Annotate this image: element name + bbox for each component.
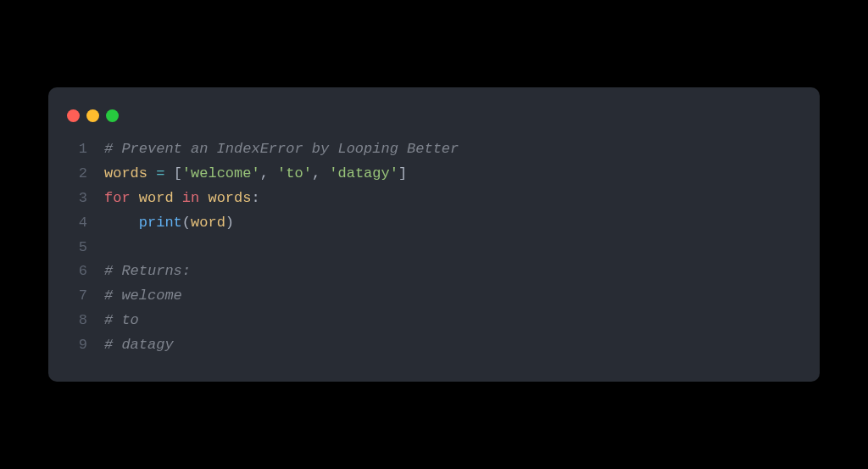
token-plain (104, 215, 139, 231)
line-number: 4 (67, 211, 87, 236)
token-comment: # Returns: (104, 263, 191, 279)
token-plain (174, 190, 182, 206)
code-line: 4 print(word) (67, 211, 801, 236)
line-number: 1 (67, 137, 87, 162)
line-number: 2 (67, 162, 87, 187)
token-function: print (139, 215, 182, 231)
token-keyword-red: in (182, 190, 199, 206)
code-area[interactable]: 1# Prevent an IndexError by Looping Bett… (48, 137, 820, 358)
window-controls (48, 104, 820, 137)
line-number: 3 (67, 187, 87, 211)
token-operator: = (156, 165, 164, 181)
line-number: 8 (67, 309, 87, 333)
code-line: 5 (67, 236, 801, 260)
code-content: # Returns: (104, 260, 191, 284)
code-line: 3for word in words: (67, 187, 801, 211)
token-bracket: ] (398, 165, 407, 181)
token-plain (164, 165, 173, 181)
code-content: # to (104, 309, 139, 333)
code-content: print(word) (104, 211, 234, 236)
token-punct: , (260, 165, 277, 181)
token-string: 'datagy' (329, 165, 398, 181)
code-editor-window: 1# Prevent an IndexError by Looping Bett… (48, 87, 820, 382)
code-content: # datagy (104, 333, 174, 358)
code-line: 2words = ['welcome', 'to', 'datagy'] (67, 162, 801, 187)
token-ident: word (191, 215, 225, 231)
code-line: 6# Returns: (67, 260, 801, 284)
token-bracket: [ (174, 165, 182, 181)
token-plain (199, 190, 208, 206)
code-content: # Prevent an IndexError by Looping Bette… (104, 137, 459, 162)
token-ident: word (139, 190, 174, 206)
token-bracket: ) (225, 215, 234, 231)
token-punct: : (251, 190, 259, 206)
code-content: # welcome (104, 284, 182, 309)
token-plain (131, 190, 139, 206)
code-content: for word in words: (104, 187, 260, 211)
token-string: 'to' (277, 165, 312, 181)
line-number: 9 (67, 333, 87, 358)
line-number: 5 (67, 236, 87, 260)
token-keyword-red: for (104, 190, 131, 206)
code-line: 9# datagy (67, 333, 801, 358)
token-comment: # Prevent an IndexError by Looping Bette… (104, 141, 459, 157)
token-comment: # to (104, 312, 139, 328)
line-number: 7 (67, 284, 87, 309)
line-number: 6 (67, 260, 87, 284)
code-content: words = ['welcome', 'to', 'datagy'] (104, 162, 407, 187)
token-comment: # welcome (104, 288, 182, 304)
token-string: 'welcome' (182, 165, 260, 181)
token-punct: , (312, 165, 329, 181)
token-comment: # datagy (104, 337, 174, 353)
maximize-icon[interactable] (106, 109, 119, 122)
token-ident: words (104, 165, 147, 181)
code-line: 7# welcome (67, 284, 801, 309)
token-plain (147, 165, 156, 181)
minimize-icon[interactable] (86, 109, 99, 122)
token-ident: words (208, 190, 251, 206)
code-line: 8# to (67, 309, 801, 333)
code-line: 1# Prevent an IndexError by Looping Bett… (67, 137, 801, 162)
token-bracket: ( (182, 215, 191, 231)
close-icon[interactable] (67, 109, 80, 122)
